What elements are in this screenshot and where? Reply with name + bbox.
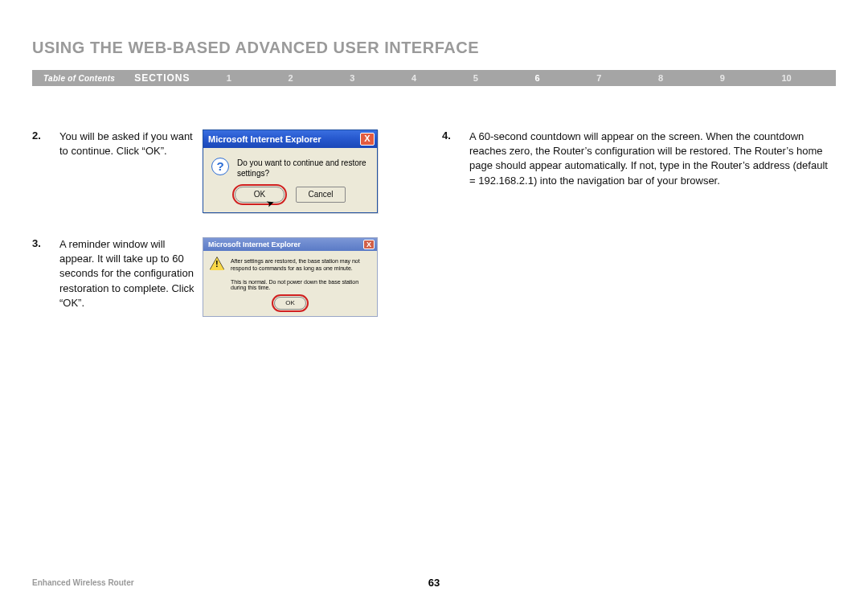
page-footer: Enhanced Wireless Router 63 <box>32 578 836 587</box>
nav-section-10[interactable]: 10 <box>781 73 791 83</box>
document-page: USING THE WEB-BASED ADVANCED USER INTERF… <box>0 0 868 608</box>
reminder-dialog-title: Microsoft Internet Explorer <box>208 240 363 249</box>
reminder-dialog-titlebar: Microsoft Internet Explorer X <box>203 238 377 251</box>
nav-section-2[interactable]: 2 <box>289 73 293 83</box>
step-2-number: 2. <box>32 129 51 213</box>
step-2-text: You will be asked if you want to continu… <box>59 129 194 213</box>
confirm-dialog-buttons: OK ➤ Cancel <box>203 187 377 212</box>
question-icon: ? <box>211 158 229 175</box>
content-area: 2. You will be asked if you want to cont… <box>32 129 836 341</box>
step-3-number: 3. <box>32 237 51 317</box>
cancel-button[interactable]: Cancel <box>296 187 346 203</box>
cursor-icon: ➤ <box>264 195 276 212</box>
reminder-dialog-message-2: This is normal. Do not power down the ba… <box>203 277 377 295</box>
step-3-text: A reminder window will appear. It will t… <box>59 237 194 317</box>
confirm-dialog-title: Microsoft Internet Explorer <box>208 134 360 144</box>
reminder-dialog-message-1: After settings are restored, the base st… <box>231 257 371 272</box>
nav-section-8[interactable]: 8 <box>658 73 663 83</box>
nav-toc-link[interactable]: Table of Contents <box>32 74 126 83</box>
nav-sections-label: SECTIONS <box>126 72 198 84</box>
footer-product-name: Enhanced Wireless Router <box>32 578 134 587</box>
confirm-dialog-body: ? Do you want to continue and restore se… <box>203 148 377 187</box>
step-2: 2. You will be asked if you want to cont… <box>32 129 426 213</box>
nav-section-9[interactable]: 9 <box>720 73 725 83</box>
step-3-screenshot: Microsoft Internet Explorer X ! After se… <box>203 237 426 317</box>
warning-icon: ! <box>210 257 224 270</box>
nav-section-3[interactable]: 3 <box>350 73 354 83</box>
page-number: 63 <box>428 577 440 589</box>
step-3: 3. A reminder window will appear. It wil… <box>32 237 426 317</box>
confirm-dialog-titlebar: Microsoft Internet Explorer X <box>203 130 377 148</box>
reminder-dialog-body: ! After settings are restored, the base … <box>203 251 377 277</box>
step-4-text: A 60-second countdown will appear on the… <box>469 129 836 188</box>
right-column: 4. A 60-second countdown will appear on … <box>442 129 836 341</box>
warning-exclamation: ! <box>215 259 219 269</box>
page-title: USING THE WEB-BASED ADVANCED USER INTERF… <box>32 39 836 57</box>
nav-section-5[interactable]: 5 <box>473 73 478 83</box>
close-icon[interactable]: X <box>360 133 375 146</box>
confirm-dialog-message: Do you want to continue and restore sett… <box>237 158 369 179</box>
reminder-dialog-buttons: OK <box>203 295 377 316</box>
reminder-dialog: Microsoft Internet Explorer X ! After se… <box>203 237 378 317</box>
nav-section-6[interactable]: 6 <box>535 73 540 83</box>
step-4-number: 4. <box>442 129 461 188</box>
confirm-dialog: Microsoft Internet Explorer X ? Do you w… <box>203 129 378 213</box>
nav-section-4[interactable]: 4 <box>411 73 416 83</box>
close-icon[interactable]: X <box>363 240 375 249</box>
left-column: 2. You will be asked if you want to cont… <box>32 129 426 341</box>
ok-button[interactable]: OK ➤ <box>235 187 285 203</box>
step-4: 4. A 60-second countdown will appear on … <box>442 129 836 188</box>
step-2-screenshot: Microsoft Internet Explorer X ? Do you w… <box>203 129 426 213</box>
nav-section-1[interactable]: 1 <box>227 73 231 83</box>
nav-section-7[interactable]: 7 <box>596 73 601 83</box>
ok-button[interactable]: OK <box>274 297 306 310</box>
nav-section-numbers: 1 2 3 4 5 6 7 8 9 10 <box>199 73 836 83</box>
section-nav-bar: Table of Contents SECTIONS 1 2 3 4 5 6 7… <box>32 70 836 86</box>
